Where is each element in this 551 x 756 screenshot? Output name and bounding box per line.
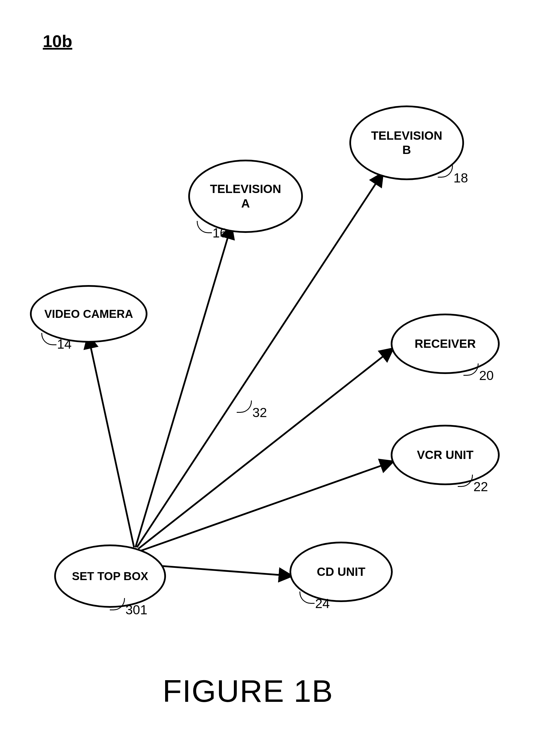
leader-stb: [110, 598, 125, 610]
figure-caption: FIGURE 1B: [162, 673, 334, 709]
node-label: CD UNIT: [317, 565, 365, 579]
leader-television-a: [197, 221, 212, 233]
leader-vcr: [458, 475, 473, 487]
node-receiver: RECEIVER: [391, 314, 500, 374]
ref-cd: 24: [315, 596, 330, 611]
ref-television-b: 18: [454, 170, 468, 186]
ref-receiver: 20: [479, 368, 494, 383]
ref-vcr: 22: [473, 479, 488, 494]
node-label: VIDEO CAMERA: [44, 307, 133, 321]
svg-line-1: [135, 227, 231, 547]
figure-canvas: 10b VIDEO CAMERA 14 TELEVISION A 16 TELE…: [0, 0, 551, 756]
leader-television-b: [438, 165, 453, 178]
node-label: TELEVISION A: [210, 182, 281, 211]
arrow-layer: [0, 0, 551, 756]
svg-line-3: [138, 349, 392, 549]
ref-video-camera: 14: [57, 336, 72, 352]
leader-arrow-32: [237, 401, 252, 413]
ref-television-a: 16: [212, 225, 227, 241]
svg-line-5: [160, 566, 291, 576]
node-label: RECEIVER: [415, 337, 476, 351]
node-vcr: VCR UNIT: [391, 425, 500, 485]
figure-id: 10b: [43, 31, 72, 51]
svg-line-4: [138, 462, 392, 552]
leader-video-camera: [41, 333, 56, 345]
svg-line-0: [88, 336, 134, 547]
ref-arrow-32: 32: [252, 405, 267, 420]
leader-cd: [300, 592, 315, 604]
node-label: TELEVISION B: [371, 129, 442, 157]
node-label: SET TOP BOX: [72, 569, 148, 583]
leader-receiver: [463, 363, 479, 376]
ref-stb: 301: [125, 602, 147, 617]
node-label: VCR UNIT: [417, 448, 473, 462]
